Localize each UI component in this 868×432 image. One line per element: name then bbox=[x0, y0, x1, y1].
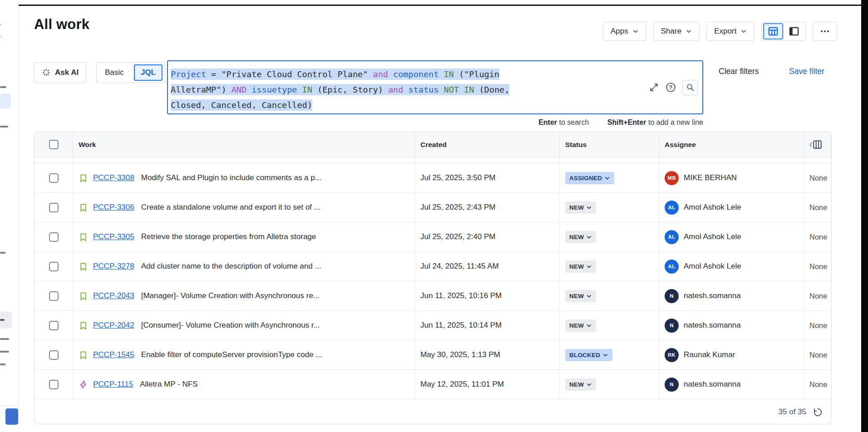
issue-summary: Create a standalone volume and export it… bbox=[141, 203, 321, 212]
status-badge[interactable]: NEW bbox=[565, 319, 596, 332]
column-header-created[interactable]: Created bbox=[415, 132, 560, 157]
table-body: PCCP-3308Modify SAL and Plugin to includ… bbox=[35, 163, 831, 399]
ask-ai-button[interactable]: Ask AI bbox=[34, 62, 86, 83]
clear-filters-button[interactable]: Clear filters bbox=[719, 67, 759, 76]
issue-key-link[interactable]: PCCP-3308 bbox=[93, 173, 134, 182]
split-view-button[interactable] bbox=[784, 23, 804, 39]
table-row[interactable]: PCCP-3278Add cluster name to the descrip… bbox=[35, 252, 831, 281]
jql-line: Project = "Private Cloud Control Plane" … bbox=[171, 67, 634, 82]
table-row[interactable]: PCCP-3308Modify SAL and Plugin to includ… bbox=[35, 163, 831, 193]
avatar: N bbox=[665, 289, 679, 303]
jql-token-plain bbox=[403, 85, 408, 94]
configure-columns-button[interactable] bbox=[807, 135, 828, 154]
row-checkbox[interactable] bbox=[49, 262, 59, 271]
jql-token-plain: = "Private Cloud Control Plane" bbox=[206, 69, 373, 79]
screenshot-right-border bbox=[861, 0, 868, 432]
table-row[interactable]: PCCP-2043[Manager]- Volume Creation with… bbox=[35, 281, 831, 311]
page-title: All work bbox=[34, 16, 89, 33]
ellipsis-icon bbox=[819, 26, 830, 37]
sidebar-footer-button[interactable] bbox=[5, 408, 18, 425]
table-row[interactable]: PCCP-1545Enable filter of computeServer … bbox=[35, 340, 831, 370]
chevron-right-icon[interactable]: › bbox=[0, 20, 1, 29]
jql-token-plain: AlletraMP") bbox=[171, 85, 232, 94]
jql-token-field: Project bbox=[171, 69, 206, 79]
status-cell: BLOCKED bbox=[560, 340, 659, 369]
chevron-down-icon bbox=[586, 293, 592, 299]
status-badge[interactable]: NEW bbox=[565, 260, 596, 273]
comments-cell: None bbox=[804, 370, 831, 399]
issue-summary: Modify SAL and Plugin to include comment… bbox=[141, 173, 321, 182]
table-view-button[interactable] bbox=[763, 23, 783, 39]
issue-key-link[interactable]: PCCP-3278 bbox=[93, 262, 134, 271]
column-header-work[interactable]: Work bbox=[73, 132, 415, 157]
jql-mode-button[interactable]: JQL bbox=[134, 64, 163, 81]
issue-key-link[interactable]: PCCP-2042 bbox=[93, 321, 134, 330]
basic-mode-button[interactable]: Basic bbox=[99, 68, 130, 77]
refresh-button[interactable] bbox=[813, 407, 823, 417]
assignee-name: natesh.somanna bbox=[684, 380, 741, 389]
table-view-icon bbox=[767, 25, 779, 37]
jql-editor-icons: ? bbox=[649, 80, 698, 95]
row-checkbox[interactable] bbox=[49, 232, 59, 242]
syntax-help-button[interactable]: ? bbox=[665, 82, 676, 93]
select-all-cell bbox=[35, 132, 73, 157]
export-button[interactable]: Export bbox=[706, 22, 755, 41]
chevron-down-icon bbox=[586, 264, 592, 270]
share-button[interactable]: Share bbox=[653, 22, 700, 41]
refresh-icon bbox=[813, 407, 823, 417]
column-header-assignee[interactable]: Assignee bbox=[659, 132, 804, 157]
issue-key-link[interactable]: PCCP-2043 bbox=[93, 291, 134, 300]
story-icon bbox=[79, 321, 88, 330]
more-actions-button[interactable] bbox=[813, 22, 837, 41]
split-view-icon bbox=[788, 25, 800, 37]
select-all-checkbox[interactable] bbox=[49, 140, 59, 149]
status-badge[interactable]: BLOCKED bbox=[565, 349, 612, 361]
row-checkbox[interactable] bbox=[49, 321, 59, 330]
jql-selected-text: AlletraMP") AND issuetype IN (Epic, Stor… bbox=[171, 84, 509, 95]
issue-key-link[interactable]: PCCP-3306 bbox=[93, 203, 134, 212]
issue-summary: [Manager]- Volume Creation with Asynchro… bbox=[141, 291, 320, 300]
save-filter-button[interactable]: Save filter bbox=[789, 67, 824, 76]
ask-ai-label: Ask AI bbox=[55, 68, 79, 77]
issue-key-link[interactable]: PCCP-1115 bbox=[93, 380, 133, 389]
issue-summary: [Consumer]- Volume Creation with Asynchr… bbox=[141, 321, 320, 330]
hint-enter-text: to search bbox=[557, 118, 589, 126]
status-label: NEW bbox=[569, 263, 584, 270]
sidebar-footer-divider bbox=[0, 405, 19, 406]
status-badge[interactable]: NEW bbox=[565, 201, 596, 214]
assignee-name: natesh.somanna bbox=[684, 321, 741, 330]
sidebar-selected-item[interactable] bbox=[0, 93, 11, 109]
column-header-status[interactable]: Status bbox=[560, 132, 659, 157]
assignee-name: Raunak Kumar bbox=[684, 350, 735, 359]
row-checkbox[interactable] bbox=[49, 380, 59, 389]
story-issue-type bbox=[79, 262, 88, 271]
chevron-down-icon bbox=[604, 175, 610, 181]
table-row[interactable]: PCCP-3305Retrieve the storage properties… bbox=[35, 222, 831, 252]
row-checkbox[interactable] bbox=[49, 291, 59, 301]
run-search-button[interactable] bbox=[682, 80, 698, 95]
issue-key-link[interactable]: PCCP-3305 bbox=[93, 232, 134, 241]
hint-shift-enter-key: Shift+Enter bbox=[607, 118, 646, 126]
row-checkbox[interactable] bbox=[49, 203, 59, 212]
table-row[interactable]: PCCP-2042[Consumer]- Volume Creation wit… bbox=[35, 311, 831, 340]
status-label: ASSIGNED bbox=[569, 175, 602, 182]
jql-token-plain: ("Plugin bbox=[454, 69, 499, 79]
expand-editor-button[interactable] bbox=[649, 82, 659, 93]
status-cell: NEW bbox=[560, 370, 659, 399]
created-cell: Jul 25, 2025, 3:50 PM bbox=[415, 163, 560, 192]
table-row[interactable]: PCCP-1115Alletra MP - NFSMay 12, 2025, 1… bbox=[35, 370, 831, 399]
row-checkbox[interactable] bbox=[49, 173, 59, 183]
status-badge[interactable]: NEW bbox=[565, 378, 596, 391]
apps-button[interactable]: Apps bbox=[603, 22, 646, 41]
status-badge[interactable]: ASSIGNED bbox=[565, 172, 614, 184]
chevron-down-icon bbox=[686, 28, 692, 34]
jql-editor[interactable]: Project = "Private Cloud Control Plane" … bbox=[167, 60, 703, 114]
issue-key-link[interactable]: PCCP-1545 bbox=[93, 350, 134, 359]
chevron-right-icon[interactable]: › bbox=[0, 32, 1, 41]
status-badge[interactable]: NEW bbox=[565, 231, 596, 243]
table-row[interactable]: PCCP-3306Create a standalone volume and … bbox=[35, 193, 831, 222]
row-checkbox[interactable] bbox=[49, 350, 59, 360]
avatar: MB bbox=[665, 171, 679, 185]
status-badge[interactable]: NEW bbox=[565, 290, 596, 302]
jql-selected-text: Project = "Private Cloud Control Plane" … bbox=[171, 69, 499, 80]
